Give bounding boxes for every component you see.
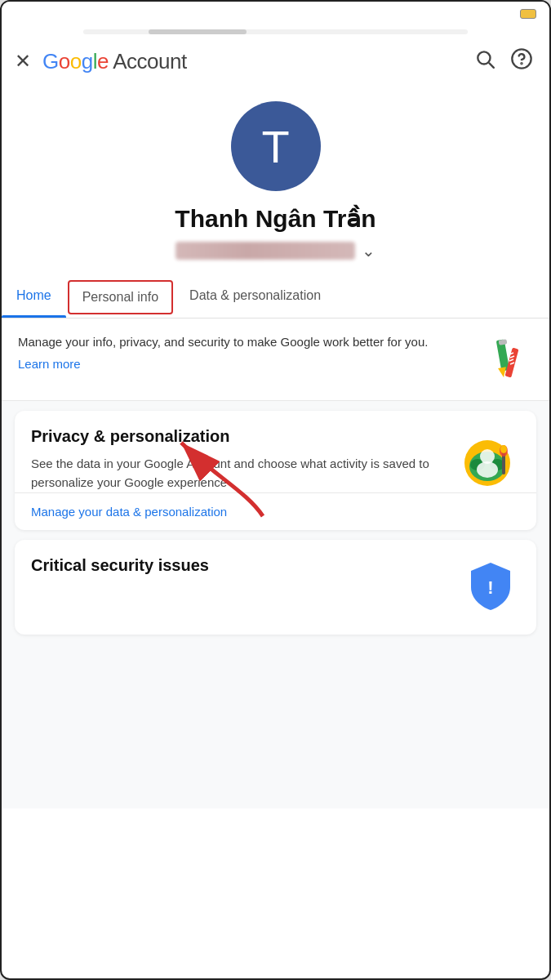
logo-e: e — [97, 49, 109, 74]
close-icon[interactable]: ✕ — [15, 50, 31, 73]
info-banner-icon — [481, 333, 533, 385]
status-bar — [2, 2, 549, 26]
content-area: Manage your info, privacy, and security … — [2, 318, 549, 808]
scroll-hint — [83, 29, 468, 34]
tabs-bar: Home Personal info Data & personalizatio… — [2, 277, 549, 318]
svg-rect-6 — [499, 339, 508, 345]
help-icon[interactable] — [510, 47, 533, 75]
svg-point-0 — [478, 51, 490, 64]
security-card: Critical security issues ! — [15, 540, 536, 635]
security-card-icon: ! — [461, 556, 520, 618]
header-right — [474, 47, 533, 75]
avatar-letter: T — [261, 120, 289, 173]
manage-data-link[interactable]: Manage your data & personalization — [15, 492, 536, 530]
email-row: ⌄ — [176, 241, 375, 261]
search-icon[interactable] — [474, 48, 495, 74]
privacy-card-text: Privacy & personalization See the data i… — [31, 427, 455, 492]
tab-home-label: Home — [16, 288, 51, 302]
svg-point-17 — [477, 461, 498, 478]
email-blurred — [176, 242, 355, 260]
header-left: ✕ Google Account — [15, 49, 187, 74]
svg-text:!: ! — [487, 577, 493, 598]
logo-o2: o — [70, 49, 82, 74]
phone-frame: ✕ Google Account T — [0, 0, 551, 980]
svg-point-20 — [500, 445, 507, 453]
tab-data-personalization-label: Data & personalization — [189, 288, 321, 302]
user-name: Thanh Ngân Trần — [175, 204, 375, 233]
svg-line-1 — [489, 63, 493, 67]
learn-more-link[interactable]: Learn more — [18, 357, 81, 371]
avatar: T — [231, 101, 321, 191]
logo-g2: g — [82, 49, 93, 74]
tab-personal-info-label: Personal info — [82, 290, 158, 304]
privacy-card-content-row: Privacy & personalization See the data i… — [31, 427, 520, 492]
privacy-card: Privacy & personalization See the data i… — [15, 411, 536, 530]
tab-data-personalization[interactable]: Data & personalization — [175, 277, 335, 318]
privacy-card-description: See the data in your Google Account and … — [31, 454, 447, 492]
battery-icon — [520, 9, 536, 19]
security-card-text: Critical security issues — [31, 556, 461, 583]
chevron-down-icon[interactable]: ⌄ — [362, 241, 375, 261]
logo-o1: o — [59, 49, 70, 74]
logo-g: G — [42, 49, 59, 74]
google-logo: Google Account — [42, 49, 187, 74]
scroll-thumb — [149, 29, 247, 34]
svg-point-3 — [521, 63, 522, 64]
security-card-title: Critical security issues — [31, 556, 453, 575]
tab-personal-info[interactable]: Personal info — [68, 280, 173, 314]
profile-section: T Thanh Ngân Trần ⌄ — [2, 85, 549, 277]
info-text-block: Manage your info, privacy, and security … — [18, 333, 481, 372]
account-text: Account — [109, 49, 187, 74]
tab-home[interactable]: Home — [2, 277, 66, 318]
info-banner: Manage your info, privacy, and security … — [2, 318, 549, 401]
privacy-card-icon — [455, 427, 520, 492]
privacy-card-title: Privacy & personalization — [31, 427, 447, 446]
header: ✕ Google Account — [2, 38, 549, 85]
info-description: Manage your info, privacy, and security … — [18, 333, 471, 352]
